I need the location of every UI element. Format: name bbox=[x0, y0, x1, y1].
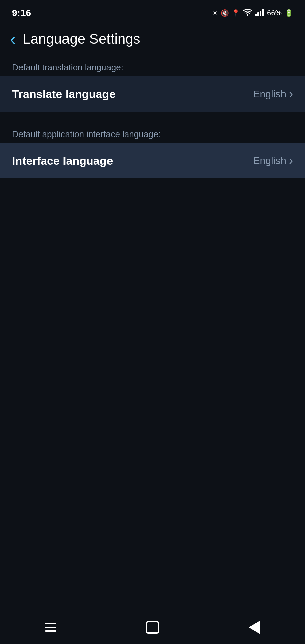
translate-language-value-container: English › bbox=[253, 87, 293, 101]
bluetooth-icon: ✴ bbox=[212, 9, 218, 17]
signal-icon bbox=[255, 9, 264, 18]
svg-rect-2 bbox=[260, 11, 261, 16]
page-header: ‹ Language Settings bbox=[0, 23, 305, 54]
translate-section-label: Default translation language: bbox=[0, 54, 305, 76]
home-icon bbox=[146, 621, 159, 634]
translate-section: Default translation language: Translate … bbox=[0, 54, 305, 112]
translate-language-row[interactable]: Translate language English › bbox=[0, 76, 305, 112]
status-time: 9:16 bbox=[12, 8, 31, 18]
translate-language-label: Translate language bbox=[12, 88, 116, 101]
interface-language-chevron: › bbox=[289, 154, 293, 168]
back-button[interactable]: ‹ bbox=[10, 30, 16, 48]
interface-language-row[interactable]: Interface language English › bbox=[0, 143, 305, 178]
svg-rect-0 bbox=[255, 14, 257, 16]
section-gap bbox=[0, 112, 305, 121]
mute-icon: 🔇 bbox=[221, 9, 229, 17]
location-icon: 📍 bbox=[232, 9, 240, 17]
interface-language-value: English bbox=[253, 155, 286, 166]
translate-language-value: English bbox=[253, 88, 286, 100]
interface-section: Default application interface language: … bbox=[0, 121, 305, 178]
recents-icon bbox=[45, 623, 56, 632]
status-icons: ✴ 🔇 📍 66% 🔋 bbox=[212, 9, 293, 18]
interface-language-value-container: English › bbox=[253, 154, 293, 168]
wifi-icon bbox=[243, 9, 252, 18]
battery-text: 66% bbox=[267, 9, 282, 17]
svg-rect-1 bbox=[257, 12, 259, 16]
settings-content: Default translation language: Translate … bbox=[0, 54, 305, 644]
nav-back-button[interactable] bbox=[238, 617, 270, 637]
interface-language-label: Interface language bbox=[12, 154, 113, 167]
svg-rect-3 bbox=[262, 9, 264, 16]
nav-home-button[interactable] bbox=[136, 618, 169, 637]
nav-bar bbox=[0, 610, 305, 644]
translate-language-chevron: › bbox=[289, 87, 293, 101]
status-bar: 9:16 ✴ 🔇 📍 66% 🔋 bbox=[0, 0, 305, 23]
page-title: Language Settings bbox=[23, 31, 140, 47]
battery-icon: 🔋 bbox=[285, 9, 293, 17]
nav-recents-button[interactable] bbox=[35, 620, 67, 635]
interface-section-label: Default application interface language: bbox=[0, 121, 305, 143]
back-icon bbox=[249, 621, 260, 634]
